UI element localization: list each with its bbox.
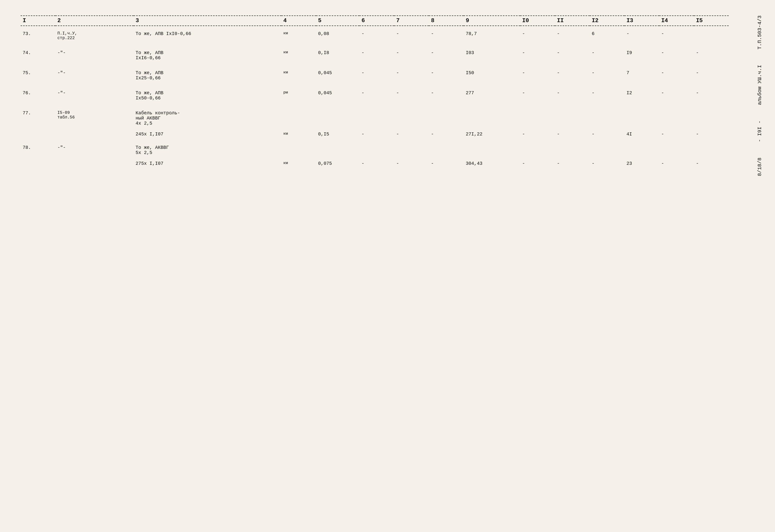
row-77-col5: 0,I5 [316, 128, 359, 138]
col-header-12: I2 [590, 16, 624, 26]
table-row: 74. -"- То же, АПВIxI6-0,66 км 0,I8 - - … [21, 43, 729, 63]
row-77-col7: - [394, 128, 429, 138]
row-75-col9: I50 [464, 63, 520, 83]
table-row-sub: 275х I,I07 км 0,075 - - - 304,43 - - - 2… [21, 158, 729, 167]
row-73-col11: - [555, 26, 590, 43]
col-header-1: I [21, 16, 55, 26]
row-78-desc-sub: 275х I,I07 [134, 158, 281, 167]
row-73-col15 [694, 26, 729, 43]
row-76-col9: 277 [464, 83, 520, 103]
row-76-col7: - [394, 83, 429, 103]
row-75-col14: - [659, 63, 694, 83]
row-77-desc-top: Кабель контроль-ный АКВВГ4х 2,5 [134, 103, 281, 128]
col-header-5: 5 [316, 16, 359, 26]
row-77-col14: - [659, 128, 694, 138]
row-74-col11: - [555, 43, 590, 63]
row-76-col12: - [590, 83, 624, 103]
row-75-col13: 7 [624, 63, 659, 83]
main-table: I 2 3 4 5 6 7 8 9 I0 II I2 I3 I4 I5 [21, 15, 729, 167]
col-header-11: II [555, 16, 590, 26]
table-row: 75. -"- То же, АПВIx25-0,66 км 0,045 - -… [21, 63, 729, 83]
row-73-col10: - [520, 26, 555, 43]
col-header-3: 3 [134, 16, 281, 26]
col-header-15: I5 [694, 16, 729, 26]
table-row: 73. П.I,ч.У,стр.222 То же, АПВ IxI0-0,66… [21, 26, 729, 43]
table-row: 78. -"- То же, АКВВГ5х 2,5 [21, 138, 729, 158]
row-78-col6: - [359, 158, 394, 167]
table-row: 76. -"- То же, АПВIx50-0,66 рм 0,045 - -… [21, 83, 729, 103]
row-78-ref: -"- [55, 138, 134, 158]
row-77-desc-sub: 245х I,I07 [134, 128, 281, 138]
row-77-col15: - [694, 128, 729, 138]
sidebar-page-num: 8/18/8 [757, 157, 763, 176]
row-75-col15: - [694, 63, 729, 83]
col-header-10: I0 [520, 16, 555, 26]
row-74-col15: - [694, 43, 729, 63]
row-77-col12: - [590, 128, 624, 138]
col-header-7: 7 [394, 16, 429, 26]
row-74-ref: -"- [55, 43, 134, 63]
row-77-unit: км [281, 128, 316, 138]
row-78-col9: 304,43 [464, 158, 520, 167]
col-header-13: I3 [624, 16, 659, 26]
row-77-col6: - [359, 128, 394, 138]
row-73-col12: 6 [590, 26, 624, 43]
row-78-desc-top: То же, АКВВГ5х 2,5 [134, 138, 281, 158]
row-76-col10: - [520, 83, 555, 103]
row-73-col7: - [394, 26, 429, 43]
row-78-col12: - [590, 158, 624, 167]
row-73-num: 73. [21, 26, 55, 43]
row-73-col9: 78,7 [464, 26, 520, 43]
row-76-col14: - [659, 83, 694, 103]
row-77-col10: - [520, 128, 555, 138]
row-75-col7: - [394, 63, 429, 83]
right-sidebar: Т.П.503-4/3 альбом УШ.ч.I - I9I - 8/18/8 [749, 0, 770, 532]
row-74-desc: То же, АПВIxI6-0,66 [134, 43, 281, 63]
row-74-col8: - [429, 43, 464, 63]
row-75-desc: То же, АПВIx25-0,66 [134, 63, 281, 83]
row-77-col8: - [429, 128, 464, 138]
table-row: 77. I5-09табл.56 Кабель контроль-ный АКВ… [21, 103, 729, 128]
row-74-col6: - [359, 43, 394, 63]
sidebar-bottom-code: - I9I - [757, 120, 763, 142]
row-74-num: 74. [21, 43, 55, 63]
page-container: Т.П.503-4/3 альбом УШ.ч.I - I9I - 8/18/8 [21, 15, 754, 167]
row-76-col6: - [359, 83, 394, 103]
row-75-col8: - [429, 63, 464, 83]
table-row-sub: 245х I,I07 км 0,I5 - - - 27I,22 - - - 4I… [21, 128, 729, 138]
col-header-14: I4 [659, 16, 694, 26]
row-74-unit: км [281, 43, 316, 63]
row-73-col14: - [659, 26, 694, 43]
main-table-area: I 2 3 4 5 6 7 8 9 I0 II I2 I3 I4 I5 [21, 15, 729, 167]
row-78-num: 78. [21, 138, 55, 158]
row-73-col6: - [359, 26, 394, 43]
row-73-ref: П.I,ч.У,стр.222 [55, 26, 134, 43]
row-78-col11: - [555, 158, 590, 167]
row-78-col15: - [694, 158, 729, 167]
row-75-col12: - [590, 63, 624, 83]
row-74-col5: 0,I8 [316, 43, 359, 63]
col-header-6: 6 [359, 16, 394, 26]
col-header-9: 9 [464, 16, 520, 26]
row-78-col13: 23 [624, 158, 659, 167]
row-77-ref: I5-09табл.56 [55, 103, 134, 128]
row-74-col13: I9 [624, 43, 659, 63]
row-73-desc: То же, АПВ IxI0-0,66 [134, 26, 281, 43]
row-75-col5: 0,045 [316, 63, 359, 83]
row-74-col9: I03 [464, 43, 520, 63]
row-76-col13: I2 [624, 83, 659, 103]
row-78-col14: - [659, 158, 694, 167]
column-header-row: I 2 3 4 5 6 7 8 9 I0 II I2 I3 I4 I5 [21, 16, 729, 26]
row-73-unit: км [281, 26, 316, 43]
row-75-col11: - [555, 63, 590, 83]
row-74-col7: - [394, 43, 429, 63]
row-78-col7: - [394, 158, 429, 167]
row-76-col11: - [555, 83, 590, 103]
row-75-col10: - [520, 63, 555, 83]
row-77-num: 77. [21, 103, 55, 128]
row-73-col5: 0,08 [316, 26, 359, 43]
row-76-col8: - [429, 83, 464, 103]
row-75-unit: км [281, 63, 316, 83]
row-74-col10: - [520, 43, 555, 63]
sidebar-top-code: Т.П.503-4/3 [757, 15, 763, 49]
